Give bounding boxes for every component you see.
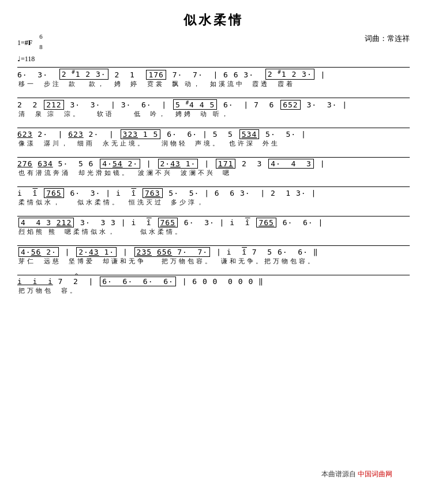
notes-7: 4·56 2· | 2·43 1· | 235 656 7· 7· | i î …: [17, 245, 410, 257]
page-container: 似水柔情 1=#F 68 ♩=118 词曲：常连祥 6· 3· 2 #1 2 3…: [17, 12, 410, 485]
score-line-7: 4·56 2· | 2·43 1· | 235 656 7· 7· | i î …: [17, 245, 410, 269]
score-line-4: 276 634 5· 5 6 4·54 2· | 2·43 1· | 171 2…: [17, 157, 410, 181]
score-line-8: i i i 7 ^ 2 | 6· 6· 6· 6· | 6 0 0 0 0 0 …: [17, 275, 410, 298]
lyrics-1: 移一 步注 款 款， 娉 婷 霓裳 飘 动， 如溪流中 霞透 霞着: [18, 80, 410, 92]
score-line-2: 2 2 212 3· 3· | 3· 6· | 5 #4 4 5 6· | 7 …: [17, 98, 410, 122]
score-line-1: 6· 3· 2 #1 2 3· 2 1 176 7· 7· | 6 6 3· 2…: [17, 67, 410, 91]
notes-8: i i i 7 ^ 2 | 6· 6· 6· 6· | 6 0 0 0 0 0 …: [17, 275, 410, 286]
score-content: 6· 3· 2 #1 2 3· 2 1 176 7· 7· | 6 6 3· 2…: [17, 67, 410, 298]
lyrics-7: 芽仁 远慈 坚博爱 却谦和无争 把万物包容。 谦和无争。把万物包容。: [18, 257, 410, 269]
score-line-5: i î 765 6· 3· | i î 763 5· 5· | 6 6 3· |…: [17, 186, 410, 210]
footer-website: 中国词曲网: [358, 470, 392, 478]
lyricist: 词曲：常连祥: [365, 33, 410, 44]
lyrics-6: 烈焰熊 熊 嗯柔情似水， 似水柔情。: [18, 227, 410, 240]
lyrics-8: 把万物包 容。: [18, 286, 410, 298]
footer-text: 本曲谱源自: [321, 470, 356, 478]
score-line-3: 623 2· | 623 2· | 323 1 5 6· 6· | 5 5 53…: [17, 128, 410, 151]
lyrics-5: 柔情似水， 似水柔情。 恒洗灭过 多少淳，: [18, 198, 410, 210]
lyrics-4: 也有潜流奔涌 却光滑如镜。 波澜不兴 波澜不兴 嗯: [18, 169, 410, 181]
score-line-6: 4 4 3 212 3· 3 3 | i î 765 6· 3· | i î 7…: [17, 216, 410, 240]
lyrics-3: 像漾 潺川， 细雨 永无止境。 润物轻 声境。 也许深 外生: [18, 139, 410, 151]
key-label: 1=: [17, 39, 25, 47]
meta-section: 1=#F 68 ♩=118 词曲：常连祥: [17, 33, 410, 65]
notes-1: 6· 3· 2 #1 2 3· 2 1 176 7· 7· | 6 6 3· 2…: [17, 67, 410, 79]
time-sig: 68: [39, 33, 42, 54]
lyrics-2: 清 泉 淙 淙。 软语 低 吟， 娉娉 动 听，: [18, 110, 410, 122]
key-value: #F: [25, 39, 32, 47]
key-time: 1=#F 68: [17, 33, 43, 54]
notes-6: 4 4 3 212 3· 3 3 | i î 765 6· 3· | i î 7…: [17, 216, 410, 227]
notes-4: 276 634 5· 5 6 4·54 2· | 2·43 1· | 171 2…: [17, 157, 410, 169]
notes-2: 2 2 212 3· 3· | 3· 6· | 5 #4 4 5 6· | 7 …: [17, 98, 410, 110]
notes-3: 623 2· | 623 2· | 323 1 5 6· 6· | 5 5 53…: [17, 128, 410, 139]
notes-5: i î 765 6· 3· | i î 763 5· 5· | 6 6 3· |…: [17, 186, 410, 198]
tempo: ♩=118: [17, 54, 43, 65]
meta-left: 1=#F 68 ♩=118: [17, 33, 43, 65]
page-title: 似水柔情: [17, 12, 410, 29]
footer: 本曲谱源自 中国词曲网: [321, 469, 392, 479]
